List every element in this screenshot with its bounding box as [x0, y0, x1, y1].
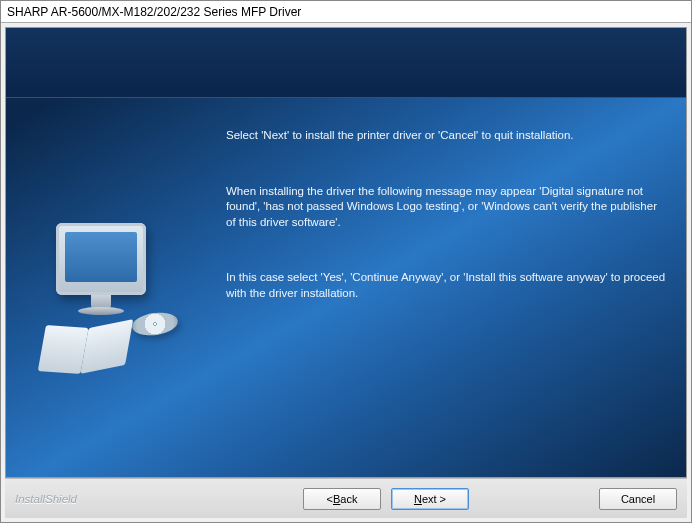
instruction-text: Select 'Next' to install the printer dri… — [226, 128, 666, 144]
next-button[interactable]: Next > — [391, 488, 469, 510]
warning-text: When installing the driver the following… — [226, 184, 666, 231]
installer-window: SHARP AR-5600/MX-M182/202/232 Series MFP… — [0, 0, 692, 523]
back-button[interactable]: < Back — [303, 488, 381, 510]
client-area: Select 'Next' to install the printer dri… — [1, 23, 691, 522]
illustration-column — [6, 98, 216, 477]
text-column: Select 'Next' to install the printer dri… — [216, 98, 686, 477]
main-area: Select 'Next' to install the printer dri… — [6, 98, 686, 477]
window-title: SHARP AR-5600/MX-M182/202/232 Series MFP… — [7, 5, 301, 19]
footer-brand: InstallShield — [15, 493, 77, 505]
titlebar[interactable]: SHARP AR-5600/MX-M182/202/232 Series MFP… — [1, 1, 691, 23]
header-banner — [6, 28, 686, 98]
content-frame: Select 'Next' to install the printer dri… — [5, 27, 687, 478]
proceed-text: In this case select 'Yes', 'Continue Any… — [226, 270, 666, 301]
computer-illustration-icon — [36, 213, 186, 383]
cancel-button[interactable]: Cancel — [599, 488, 677, 510]
footer-bar: InstallShield < Back Next > Cancel — [5, 478, 687, 518]
